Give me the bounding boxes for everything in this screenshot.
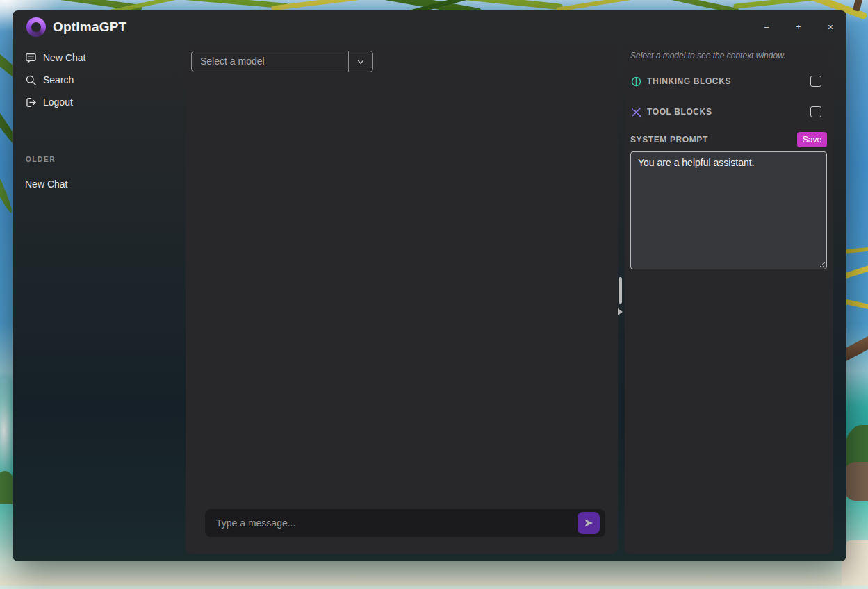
model-select-value: Select a model [200,51,265,72]
minimize-button[interactable]: – [758,22,775,32]
chevron-down-icon [356,57,366,67]
palm-frond [733,0,824,9]
panel-collapse-arrow-icon[interactable] [618,308,623,315]
logout-icon [25,97,37,108]
tool-blocks-label: TOOL BLOCKS [647,107,810,117]
resize-grip-icon[interactable] [819,260,826,267]
sidebar: New Chat Search Logout OLDER New Chat [13,44,186,561]
sidebar-section-older: OLDER [26,156,56,163]
sidebar-item-label: Search [43,74,74,85]
window-controls: – + ✕ [758,10,839,44]
chat-panel: Select a model [186,44,618,554]
system-prompt-header: SYSTEM PROMPT Save [630,132,827,147]
thinking-blocks-row: THINKING BLOCKS [630,74,821,88]
titlebar[interactable]: OptimaGPT – + ✕ [13,10,846,44]
tools-icon [630,106,642,118]
context-hint: Select a model to see the context window… [630,51,785,60]
chat-bubble-icon [25,52,37,64]
message-bar [205,509,605,537]
sidebar-item-search[interactable]: Search [25,72,74,88]
sidebar-item-label: Logout [43,97,73,108]
sidebar-item-logout[interactable]: Logout [25,94,73,110]
wallpaper-rocks [843,462,868,501]
send-icon [583,517,594,529]
model-select[interactable]: Select a model [191,51,373,72]
save-button[interactable]: Save [797,132,827,147]
system-prompt-textarea[interactable]: You are a helpful assistant. [630,151,827,269]
app-title: OptimaGPT [53,19,126,35]
wallpaper-shoreline [0,586,868,589]
sidebar-item-new-chat[interactable]: New Chat [25,49,85,66]
close-button[interactable]: ✕ [822,23,839,32]
context-panel: Select a model to see the context window… [625,44,833,554]
history-item-label: New Chat [25,179,67,190]
tool-blocks-row: TOOL BLOCKS [630,105,821,119]
message-input[interactable] [205,509,572,537]
palm-trunk [853,0,862,12]
thinking-blocks-label: THINKING BLOCKS [647,76,810,86]
sidebar-history-item[interactable]: New Chat [25,176,67,192]
palm-frond [271,0,368,11]
model-select-caret[interactable] [348,51,372,72]
app-logo-icon [26,17,46,37]
system-prompt-label: SYSTEM PROMPT [630,135,708,144]
thinking-blocks-checkbox[interactable] [810,76,821,87]
tool-blocks-checkbox[interactable] [810,106,821,117]
sidebar-item-label: New Chat [43,52,85,63]
app-window: OptimaGPT – + ✕ New Chat Search Logout O… [13,10,846,561]
panel-resize-handle[interactable] [619,277,622,304]
search-icon [25,74,37,86]
thinking-icon [630,76,642,88]
system-prompt-wrap: You are a helpful assistant. [630,151,827,269]
maximize-button[interactable]: + [790,22,807,32]
send-button[interactable] [578,512,600,534]
